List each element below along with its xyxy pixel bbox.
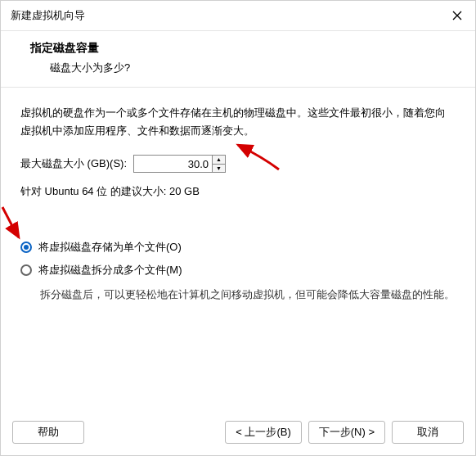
cancel-button[interactable]: 取消: [392, 421, 464, 444]
radio-split-files-label: 将虚拟磁盘拆分成多个文件(M): [38, 263, 182, 278]
disk-size-input[interactable]: [134, 156, 212, 172]
close-button[interactable]: [449, 7, 465, 24]
radio-icon-unselected: [20, 264, 32, 276]
footer: 帮助 < 上一步(B) 下一步(N) > 取消: [1, 413, 475, 455]
next-button[interactable]: 下一步(N) >: [308, 421, 385, 444]
disk-size-label: 最大磁盘大小 (GB)(S):: [20, 156, 127, 171]
disk-size-row: 最大磁盘大小 (GB)(S): ▲ ▼: [20, 155, 456, 173]
split-hint-text: 拆分磁盘后，可以更轻松地在计算机之间移动虚拟机，但可能会降低大容量磁盘的性能。: [40, 286, 456, 304]
spin-buttons: ▲ ▼: [212, 156, 225, 172]
annotation-arrow-2: [0, 201, 37, 242]
back-button[interactable]: < 上一步(B): [225, 421, 302, 444]
radio-split-files[interactable]: 将虚拟磁盘拆分成多个文件(M): [20, 263, 456, 278]
close-icon: [452, 11, 462, 20]
spin-up-button[interactable]: ▲: [213, 156, 225, 165]
page-title: 指定磁盘容量: [30, 41, 459, 56]
window-title: 新建虚拟机向导: [11, 8, 85, 23]
wizard-header: 指定磁盘容量 磁盘大小为多少?: [1, 31, 475, 87]
titlebar: 新建虚拟机向导: [1, 1, 475, 31]
page-subtitle: 磁盘大小为多少?: [50, 61, 459, 75]
spin-down-button[interactable]: ▼: [213, 165, 225, 173]
radio-icon-selected: [20, 242, 32, 253]
radio-single-file[interactable]: 将虚拟磁盘存储为单个文件(O): [20, 240, 456, 255]
disk-size-spinbox[interactable]: ▲ ▼: [133, 155, 226, 173]
help-button[interactable]: 帮助: [12, 421, 84, 444]
recommended-size-text: 针对 Ubuntu 64 位 的建议大小: 20 GB: [20, 184, 456, 199]
content-area: 虚拟机的硬盘作为一个或多个文件存储在主机的物理磁盘中。这些文件最初很小，随着您向…: [1, 88, 475, 413]
wizard-window: 新建虚拟机向导 指定磁盘容量 磁盘大小为多少? 虚拟机的硬盘作为一个或多个文件存…: [0, 0, 476, 456]
description-text: 虚拟机的硬盘作为一个或多个文件存储在主机的物理磁盘中。这些文件最初很小，随着您向…: [20, 104, 456, 140]
radio-single-file-label: 将虚拟磁盘存储为单个文件(O): [38, 240, 182, 255]
